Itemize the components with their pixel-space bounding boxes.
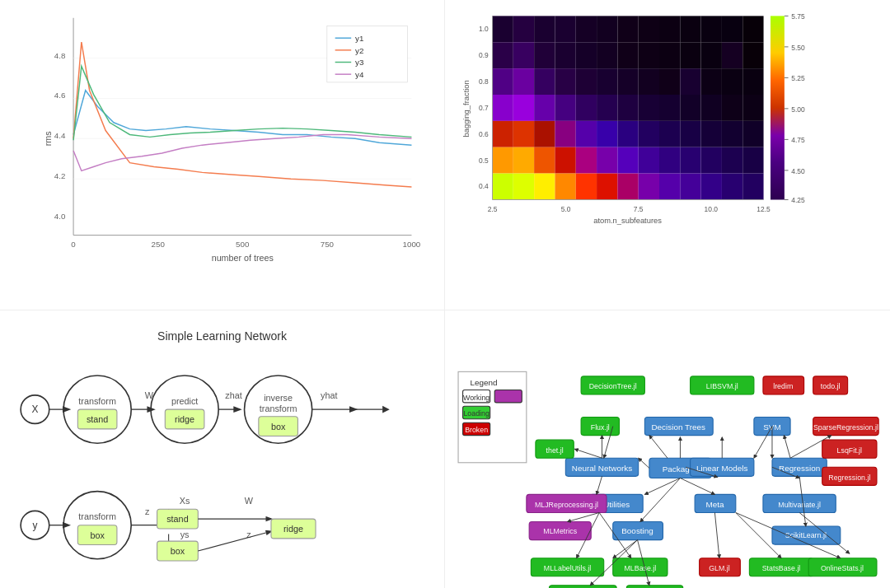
svg-text:inverse: inverse xyxy=(264,394,293,404)
svg-text:Working: Working xyxy=(463,394,490,402)
svg-text:Regression: Regression xyxy=(779,464,820,473)
svg-rect-35 xyxy=(659,16,680,42)
svg-rect-57 xyxy=(576,68,597,95)
svg-text:yhat: yhat xyxy=(321,391,337,401)
svg-text:stand: stand xyxy=(87,415,108,425)
svg-rect-76 xyxy=(701,95,722,121)
svg-rect-83 xyxy=(576,121,597,147)
svg-rect-78 xyxy=(742,95,763,121)
svg-text:Regression.jl: Regression.jl xyxy=(828,474,870,482)
svg-rect-68 xyxy=(534,95,555,121)
svg-text:stand: stand xyxy=(166,515,188,525)
svg-rect-38 xyxy=(722,16,742,42)
svg-rect-47 xyxy=(639,42,659,68)
svg-text:4.6: 4.6 xyxy=(54,91,66,100)
svg-rect-206 xyxy=(494,390,522,403)
svg-rect-63 xyxy=(701,68,722,95)
svg-line-278 xyxy=(784,436,790,459)
svg-rect-52 xyxy=(742,42,763,68)
svg-text:thet.jl: thet.jl xyxy=(546,446,564,455)
svg-rect-86 xyxy=(639,121,659,147)
svg-text:Utilities: Utilities xyxy=(603,500,630,509)
svg-rect-80 xyxy=(513,121,534,147)
svg-text:zhat: zhat xyxy=(225,391,241,401)
svg-text:Flux.jl: Flux.jl xyxy=(591,423,610,432)
line-chart-panel: 4.8 4.6 4.4 4.2 4.0 0 250 500 750 1000 r… xyxy=(0,0,445,310)
svg-text:box: box xyxy=(271,422,286,432)
svg-rect-45 xyxy=(597,42,617,68)
svg-text:predict: predict xyxy=(171,396,198,406)
svg-text:4.75: 4.75 xyxy=(791,136,805,144)
svg-text:atom.n_subfeatures: atom.n_subfeatures xyxy=(593,217,662,225)
svg-rect-71 xyxy=(597,95,617,121)
svg-rect-95 xyxy=(555,147,575,174)
network-diagram-panel: Simple Learning Network X transform stan… xyxy=(0,310,445,588)
svg-rect-53 xyxy=(493,68,513,95)
svg-rect-37 xyxy=(701,16,722,42)
svg-text:7.5: 7.5 xyxy=(634,205,644,213)
svg-rect-108 xyxy=(555,174,575,200)
svg-text:StatsBase.jl: StatsBase.jl xyxy=(762,565,801,573)
network-svg: Simple Learning Network X transform stan… xyxy=(8,319,436,588)
svg-rect-91 xyxy=(742,121,763,147)
svg-rect-69 xyxy=(555,95,575,121)
svg-text:DecisionTree.jl: DecisionTree.jl xyxy=(589,383,637,391)
svg-text:4.25: 4.25 xyxy=(791,196,805,204)
svg-rect-43 xyxy=(555,42,575,68)
svg-rect-87 xyxy=(659,121,680,147)
svg-text:0.5: 0.5 xyxy=(479,156,489,165)
svg-text:750: 750 xyxy=(321,240,335,249)
svg-rect-117 xyxy=(742,174,763,200)
svg-rect-101 xyxy=(680,147,700,174)
svg-rect-90 xyxy=(722,121,742,147)
svg-rect-99 xyxy=(639,147,659,174)
svg-text:Neural Networks: Neural Networks xyxy=(572,464,632,473)
svg-rect-41 xyxy=(513,42,534,68)
svg-text:Multivariate.jl: Multivariate.jl xyxy=(778,501,821,509)
svg-rect-79 xyxy=(493,121,513,147)
svg-rect-97 xyxy=(597,147,617,174)
svg-rect-32 xyxy=(597,16,617,42)
svg-text:2.5: 2.5 xyxy=(488,205,498,213)
svg-text:250: 250 xyxy=(152,240,166,249)
svg-rect-89 xyxy=(701,121,722,147)
svg-rect-111 xyxy=(617,174,638,200)
svg-text:4.4: 4.4 xyxy=(54,131,66,140)
svg-text:z: z xyxy=(145,506,150,516)
svg-rect-107 xyxy=(534,174,555,200)
svg-line-266 xyxy=(649,436,668,459)
svg-rect-34 xyxy=(639,16,659,42)
svg-text:X: X xyxy=(31,404,38,416)
svg-rect-66 xyxy=(493,95,513,121)
svg-rect-82 xyxy=(555,121,575,147)
svg-text:0.9: 0.9 xyxy=(479,51,489,59)
svg-text:0.6: 0.6 xyxy=(479,130,489,138)
svg-rect-64 xyxy=(722,68,742,95)
svg-rect-29 xyxy=(534,16,555,42)
svg-rect-112 xyxy=(639,174,659,200)
heatmap-svg: 1.0 0.9 0.8 0.7 0.6 0.5 0.4 bagging_frac… xyxy=(461,8,832,263)
svg-text:4.50: 4.50 xyxy=(791,167,805,175)
svg-rect-115 xyxy=(701,174,722,200)
svg-rect-100 xyxy=(659,147,680,174)
svg-text:y1: y1 xyxy=(355,34,363,43)
svg-text:bagging_fraction: bagging_fraction xyxy=(462,80,471,137)
svg-text:W: W xyxy=(245,496,254,506)
svg-line-268 xyxy=(639,459,649,469)
svg-rect-85 xyxy=(617,121,638,147)
svg-rect-44 xyxy=(576,42,597,68)
svg-text:Loading: Loading xyxy=(463,410,490,418)
svg-text:4.0: 4.0 xyxy=(54,212,66,221)
svg-rect-110 xyxy=(597,174,617,200)
svg-rect-103 xyxy=(722,147,742,174)
svg-text:4.8: 4.8 xyxy=(54,51,66,60)
svg-rect-46 xyxy=(617,42,638,68)
svg-text:rms: rms xyxy=(43,131,53,146)
svg-text:Decision Trees: Decision Trees xyxy=(651,422,705,432)
svg-rect-104 xyxy=(742,147,763,174)
svg-text:lredim: lredim xyxy=(773,383,793,391)
svg-rect-88 xyxy=(680,121,700,147)
svg-text:12.5: 12.5 xyxy=(756,205,771,213)
svg-text:Xs: Xs xyxy=(180,496,190,506)
svg-text:5.0: 5.0 xyxy=(561,205,571,213)
